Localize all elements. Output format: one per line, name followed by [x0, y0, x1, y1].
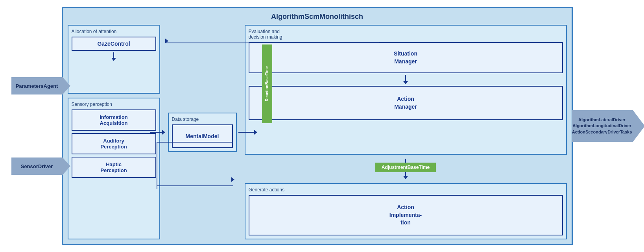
sensory-to-storage-arrow: [231, 177, 234, 182]
adjustment-section: AdjustmentBaseTime: [245, 159, 567, 179]
sensory-to-mental-arrow: [150, 130, 165, 135]
sensor-driver-arrow: SensorDriver: [11, 158, 63, 175]
gaze-control-box: GazeControl: [72, 37, 156, 51]
auditory-perception-box: AuditoryPerception: [72, 133, 156, 154]
gaze-control-label: GazeControl: [97, 41, 130, 47]
sensory-title: Sensory perception: [72, 102, 156, 107]
right-column: Evaluation and decision making Situation…: [245, 25, 567, 239]
diagram-wrapper: ParametersAgent SensorDriver AlgorithmSc…: [11, 3, 633, 249]
middle-column: Data storage MentalModel: [164, 25, 241, 239]
diagram-layout: Allocation of attention GazeControl Sens…: [68, 25, 567, 239]
eval-section: Evaluation and decision making Situation…: [245, 25, 567, 155]
data-storage-section: Data storage MentalModel: [168, 113, 237, 152]
attention-title: Allocation of attention: [72, 29, 156, 34]
left-column: Allocation of attention GazeControl Sens…: [68, 25, 160, 239]
haptic-perception-box: HapticPerception: [72, 157, 156, 178]
generate-title: Generate actions: [249, 187, 563, 193]
situation-manager-box: SituationManager: [249, 42, 563, 73]
parameters-agent-label: ParametersAgent: [16, 83, 58, 89]
sensory-horizontal-line2: [157, 185, 233, 186]
sensory-vertical-line: [157, 142, 157, 189]
action-implementation-box: ActionImplementa-tion: [249, 195, 563, 235]
adjustment-arrow: [403, 176, 408, 179]
main-diagram-box: AlgorithmScmMonolithisch Allocation of a…: [62, 7, 573, 245]
sensory-section: Sensory perception InformationAcquisitio…: [68, 98, 160, 239]
data-storage-title: Data storage: [172, 117, 233, 122]
reaction-base-time-label: ReactionBaseTime: [265, 66, 269, 101]
output-arrow: AlgorithmLateralDriver AlgorithmLongitud…: [572, 110, 633, 142]
sensory-horizontal-line: [157, 142, 233, 143]
mental-model-box: MentalModel: [172, 124, 233, 148]
eval-to-action-arrow: [249, 75, 563, 84]
output-label: AlgorithmLateralDriver AlgorithmLongitud…: [572, 117, 636, 135]
attention-section: Allocation of attention GazeControl: [68, 25, 160, 94]
action-manager-box: ActionManager: [249, 86, 563, 120]
adjustment-badge: AdjustmentBaseTime: [375, 163, 436, 172]
generate-section: Generate actions ActionImplementa-tion: [245, 183, 567, 239]
mental-to-reaction-arrow: [238, 130, 257, 135]
top-connector-arrow: [165, 39, 168, 43]
sensor-driver-label: SensorDriver: [21, 163, 53, 169]
adjustment-line-top: [405, 159, 406, 163]
reaction-base-time-bar: ReactionBaseTime: [262, 44, 272, 123]
parameters-agent-arrow: ParametersAgent: [11, 77, 63, 94]
info-acquisition-box: InformationAcquisition: [72, 109, 156, 131]
sensory-items: InformationAcquisition AuditoryPerceptio…: [72, 109, 156, 178]
adjustment-line-bottom: [405, 172, 406, 176]
mental-model-label: MentalModel: [186, 133, 219, 139]
top-connector-line: [165, 43, 379, 43]
eval-title: Evaluation and decision making: [249, 29, 563, 40]
main-title: AlgorithmScmMonolithisch: [68, 13, 567, 21]
